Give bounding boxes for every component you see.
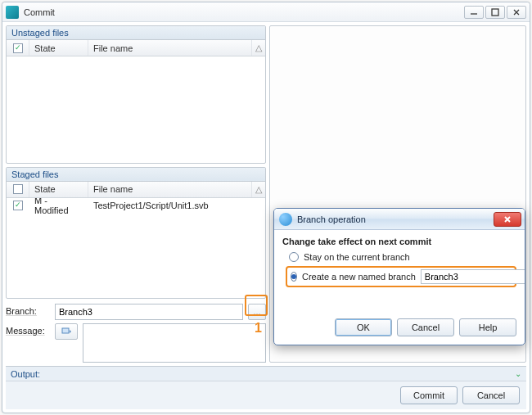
output-header: Output: <box>11 369 40 379</box>
staged-row[interactable]: M - Modified TestProject1/Script/Unit1.s… <box>7 198 265 213</box>
close-button[interactable] <box>507 6 526 19</box>
branch-operation-dialog: Branch operation Change take effect on n… <box>273 208 525 345</box>
dialog-title: Branch operation <box>297 214 494 224</box>
svg-rect-0 <box>492 9 498 16</box>
staged-grid[interactable]: M - Modified TestProject1/Script/Unit1.s… <box>7 198 265 298</box>
dialog-cancel-button[interactable]: Cancel <box>397 318 454 336</box>
window-title: Commit <box>24 7 464 17</box>
app-icon <box>6 6 19 19</box>
sort-indicator-icon: △ <box>252 182 265 197</box>
unstaged-grid[interactable] <box>7 56 265 163</box>
new-branch-name-input[interactable] <box>421 269 525 284</box>
staged-col-state[interactable]: State <box>29 182 88 197</box>
radio-stay[interactable] <box>289 252 299 262</box>
dialog-heading: Change take effect on next commit <box>282 237 516 246</box>
staged-header: Staged files <box>7 168 265 182</box>
radio-create[interactable] <box>291 272 297 282</box>
dialog-titlebar[interactable]: Branch operation <box>274 209 525 230</box>
staged-select-all-checkbox[interactable] <box>13 184 23 194</box>
unstaged-header: Unstaged files <box>7 26 265 40</box>
output-panel: Output: ⌄ Commit Cancel <box>6 366 526 409</box>
unstaged-col-file[interactable]: File name <box>88 40 252 56</box>
staged-row-checkbox[interactable] <box>13 201 23 210</box>
sort-indicator-icon: △ <box>252 40 265 56</box>
unstaged-col-state[interactable]: State <box>29 40 88 56</box>
output-collapse-icon[interactable]: ⌄ <box>515 369 521 378</box>
message-history-button[interactable] <box>55 323 78 340</box>
radio-create-label: Create a new named branch <box>302 272 416 282</box>
unstaged-select-all-checkbox[interactable] <box>13 43 23 53</box>
cancel-button[interactable]: Cancel <box>462 386 520 404</box>
radio-create-row[interactable]: Create a new named branch <box>286 266 516 287</box>
branch-input[interactable] <box>55 304 243 320</box>
staged-row-state: M - Modified <box>29 198 88 213</box>
maximize-button[interactable] <box>485 6 505 19</box>
message-label: Message: <box>6 323 50 336</box>
staged-columns: State File name △ <box>7 182 265 198</box>
radio-stay-row[interactable]: Stay on the current branch <box>282 250 516 264</box>
dialog-icon <box>279 213 292 226</box>
dialog-close-button[interactable] <box>494 212 521 227</box>
staged-col-file[interactable]: File name <box>88 182 252 197</box>
message-textarea[interactable] <box>83 323 266 363</box>
dialog-ok-button[interactable]: OK <box>335 318 392 336</box>
staged-row-file: TestProject1/Script/Unit1.svb <box>88 198 265 213</box>
unstaged-columns: State File name △ <box>7 40 265 56</box>
unstaged-panel: Unstaged files State File name △ <box>6 25 266 164</box>
staged-panel: Staged files State File name △ M - Modif… <box>6 167 266 299</box>
branch-browse-button[interactable]: ... <box>248 304 266 320</box>
radio-stay-label: Stay on the current branch <box>304 252 410 262</box>
minimize-button[interactable] <box>464 6 484 19</box>
svg-rect-1 <box>62 328 69 333</box>
dialog-help-button[interactable]: Help <box>459 318 516 336</box>
titlebar[interactable]: Commit <box>2 2 530 22</box>
commit-button[interactable]: Commit <box>400 386 458 404</box>
branch-label: Branch: <box>6 304 50 316</box>
